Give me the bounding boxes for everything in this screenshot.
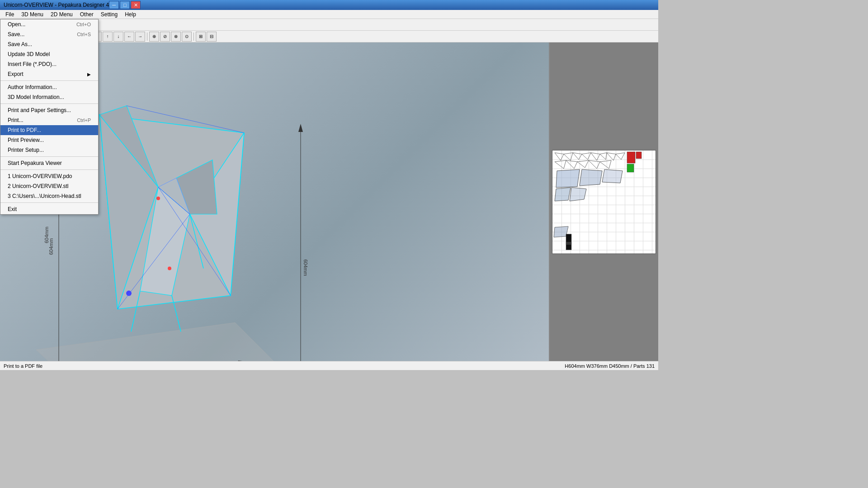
tb2-11[interactable]: ↓ [113,32,123,42]
tb2-13[interactable]: → [135,32,145,42]
svg-marker-34 [591,153,600,160]
tb2-19[interactable]: ⊟ [207,32,217,42]
file-menu: Open... Ctrl+O Save... Ctrl+S Save As...… [0,19,99,215]
sep5 [0,202,98,203]
svg-marker-37 [616,153,625,160]
main-area: 604mm 604mm 376mm 604mm 376mm 604mm [0,42,658,361]
menu-start-pepakura-viewer[interactable]: Start Pepakura Viewer [0,158,98,168]
menu-save[interactable]: Save... Ctrl+S [0,29,98,39]
svg-marker-50 [570,188,586,201]
status-left: Print to a PDF file [4,363,42,369]
unfolded-pieces-svg [552,150,656,254]
menu-print-to-pdf[interactable]: Print to PDF... [0,125,98,135]
svg-marker-47 [580,169,602,186]
tb2-10[interactable]: ↑ [103,32,113,42]
menu-3d[interactable]: 3D Menu [18,10,47,19]
svg-marker-43 [577,160,589,168]
file-menu-dropdown: Open... Ctrl+O Save... Ctrl+S Save As...… [0,19,99,215]
svg-rect-40 [627,164,634,172]
svg-marker-32 [573,153,582,160]
status-bar: Print to a PDF file H604mm W376mm D450mm… [0,361,658,370]
sep1 [0,80,98,81]
svg-marker-41 [555,160,566,169]
status-right: H604mm W376mm D450mm / Parts 131 [565,363,655,369]
menu-help[interactable]: Help [121,10,140,19]
menu-setting[interactable]: Setting [97,10,121,19]
menu-recent-3[interactable]: 3 C:\Users\...\Unicorn-Head.stl [0,191,98,201]
tb2-12[interactable]: ← [124,32,134,42]
svg-point-11 [126,291,132,296]
menu-exit[interactable]: Exit [0,204,98,214]
menu-print-preview[interactable]: Print Preview... [0,135,98,145]
svg-marker-31 [564,153,573,160]
maximize-button[interactable]: □ [120,1,130,9]
svg-point-10 [168,267,171,270]
close-button[interactable]: ✕ [131,1,141,9]
menu-export[interactable]: Export ▶ [0,69,98,79]
sep4 [193,33,194,41]
menu-insert-file[interactable]: Insert File (*.PDO)... [0,59,98,69]
menu-print-paper-settings[interactable]: Print and Paper Settings... [0,105,98,115]
menu-print[interactable]: Print... Ctrl+P [0,115,98,125]
toolbar-1: ↺ ⊕ 🔍 Undo Unfold ✓ Auto [0,19,658,31]
menu-other[interactable]: Other [76,10,97,19]
menu-recent-1[interactable]: 1 Unicorn-OVERVIEW.pdo [0,171,98,181]
svg-marker-49 [555,188,571,201]
title-text: Unicorn-OVERVIEW - Pepakura Designer 4 [4,2,109,8]
svg-rect-38 [627,152,635,163]
window-controls: ─ □ ✕ [109,1,141,9]
minimize-button[interactable]: ─ [109,1,119,9]
svg-marker-30 [555,153,564,160]
title-bar: Unicorn-OVERVIEW - Pepakura Designer 4 ─… [0,0,658,10]
sep3 [147,33,147,41]
sep2 [0,103,98,104]
svg-marker-48 [602,169,623,183]
sep4 [0,169,98,170]
svg-rect-52 [566,234,571,250]
toolbar-2: ⬛ ▦ ◫ ⊞ ▣ ⊡ 🖨 ⊟ ⊞ ↑ ↓ ← → ⊕ ⊘ ⊗ ⊙ ⊞ ⊟ [0,31,658,42]
sep3 [0,156,98,157]
svg-rect-53 [566,242,571,244]
menu-update-3d[interactable]: Update 3D Model [0,49,98,59]
menu-author-info[interactable]: Author Information... [0,82,98,92]
paper-preview [552,150,656,254]
svg-marker-46 [556,169,580,188]
tb2-16[interactable]: ⊗ [171,32,181,42]
menu-2d[interactable]: 2D Menu [47,10,76,19]
svg-rect-39 [636,152,642,159]
svg-marker-35 [600,153,607,160]
menu-bar: File 3D Menu 2D Menu Other Setting Help [0,10,658,19]
svg-point-9 [156,197,160,200]
tb2-17[interactable]: ⊙ [182,32,192,42]
menu-open[interactable]: Open... Ctrl+O [0,19,98,29]
menu-3d-model-info[interactable]: 3D Model Information... [0,92,98,102]
svg-marker-42 [566,160,577,169]
svg-marker-33 [582,153,591,160]
svg-marker-44 [589,160,600,169]
2d-view[interactable] [550,42,658,361]
svg-marker-45 [600,160,611,169]
menu-printer-setup[interactable]: Printer Setup... [0,145,98,155]
tb2-15[interactable]: ⊘ [160,32,170,42]
menu-file[interactable]: File [2,10,18,19]
menu-recent-2[interactable]: 2 Unicorn-OVERVIEW.stl [0,181,98,191]
svg-marker-36 [607,153,616,160]
tb2-14[interactable]: ⊕ [149,32,159,42]
tb2-18[interactable]: ⊞ [196,32,206,42]
svg-marker-0 [36,323,294,361]
menu-save-as[interactable]: Save As... [0,39,98,49]
